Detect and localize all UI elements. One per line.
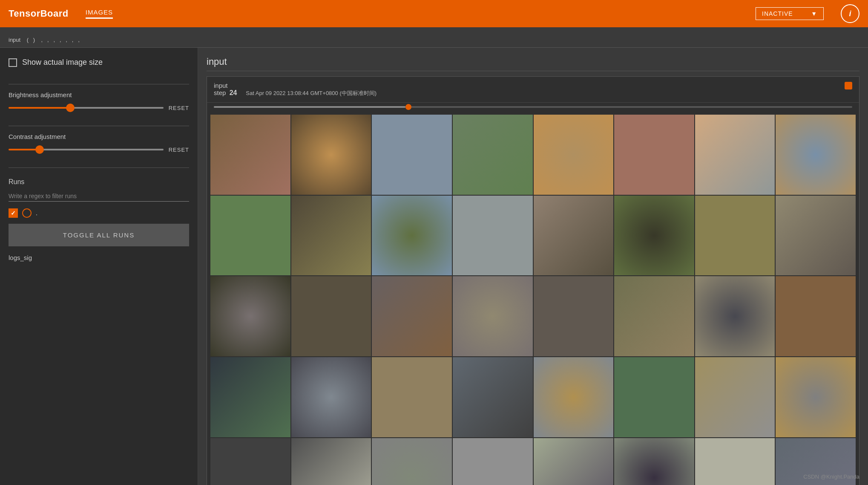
contrast-slider-row: RESET bbox=[9, 145, 189, 154]
image-cell[interactable] bbox=[372, 438, 452, 485]
image-cell[interactable] bbox=[695, 357, 775, 437]
contrast-section: Contrast adjustment RESET bbox=[9, 133, 189, 154]
contrast-track bbox=[9, 149, 164, 150]
image-cell[interactable] bbox=[210, 196, 290, 276]
image-cell[interactable] bbox=[776, 115, 856, 195]
image-cell[interactable] bbox=[453, 276, 533, 356]
image-cell[interactable] bbox=[291, 276, 371, 356]
image-cell[interactable] bbox=[372, 115, 452, 195]
image-cell[interactable] bbox=[614, 276, 694, 356]
image-cell[interactable] bbox=[453, 196, 533, 276]
image-cell[interactable] bbox=[534, 438, 614, 485]
image-cell[interactable] bbox=[695, 276, 775, 356]
panel-step-value: 24 bbox=[230, 89, 237, 96]
panel-title: input step 24 Sat Apr 09 2022 13:08:44 G… bbox=[214, 82, 377, 97]
info-icon: i bbox=[849, 9, 851, 18]
brightness-thumb[interactable] bbox=[66, 104, 75, 112]
contrast-label: Contrast adjustment bbox=[9, 133, 189, 140]
image-cell[interactable] bbox=[210, 115, 290, 195]
contrast-reset-button[interactable]: RESET bbox=[169, 147, 189, 153]
watermark: CSDN @Knight.Panda bbox=[803, 473, 859, 480]
image-cell[interactable] bbox=[453, 115, 533, 195]
show-actual-size-row: Show actual image size bbox=[9, 58, 189, 67]
panel-title-prefix: input bbox=[214, 82, 228, 89]
timeline-thumb[interactable] bbox=[405, 104, 411, 110]
show-actual-size-label: Show actual image size bbox=[22, 58, 103, 67]
image-panel: input step 24 Sat Apr 09 2022 13:08:44 G… bbox=[207, 76, 859, 485]
brightness-reset-button[interactable]: RESET bbox=[169, 105, 189, 111]
image-cell[interactable] bbox=[695, 115, 775, 195]
run-item-row: ✓ . bbox=[9, 208, 189, 218]
image-cell[interactable] bbox=[291, 196, 371, 276]
divider-3 bbox=[9, 167, 189, 168]
checkmark-icon: ✓ bbox=[11, 210, 16, 217]
image-cell[interactable] bbox=[534, 276, 614, 356]
brightness-track bbox=[9, 107, 164, 109]
image-cell[interactable] bbox=[372, 276, 452, 356]
image-cell[interactable] bbox=[210, 357, 290, 437]
image-cell[interactable] bbox=[776, 357, 856, 437]
status-dropdown[interactable]: INACTIVE ▼ bbox=[756, 7, 824, 20]
image-cell[interactable] bbox=[614, 438, 694, 485]
image-cell[interactable] bbox=[453, 438, 533, 485]
image-cell[interactable] bbox=[291, 115, 371, 195]
toggle-all-runs-button[interactable]: TOGGLE ALL RUNS bbox=[9, 224, 189, 246]
image-cell[interactable] bbox=[776, 196, 856, 276]
info-button[interactable]: i bbox=[841, 4, 859, 23]
runs-title: Runs bbox=[9, 178, 189, 186]
sidebar: Show actual image size Brightness adjust… bbox=[0, 48, 198, 485]
image-cell[interactable] bbox=[210, 276, 290, 356]
header: TensorBoard IMAGES INACTIVE ▼ i bbox=[0, 0, 868, 27]
show-actual-size-checkbox[interactable] bbox=[9, 58, 17, 67]
run-checkbox[interactable]: ✓ bbox=[9, 208, 18, 218]
logs-sig-label: logs_sig bbox=[9, 254, 189, 261]
nav-images[interactable]: IMAGES bbox=[86, 9, 113, 19]
image-cell[interactable] bbox=[534, 115, 614, 195]
app-logo: TensorBoard bbox=[9, 8, 69, 19]
brightness-label: Brightness adjustment bbox=[9, 91, 189, 98]
image-cell[interactable] bbox=[534, 196, 614, 276]
image-cell[interactable] bbox=[453, 357, 533, 437]
panel-step-label: step bbox=[214, 89, 226, 96]
image-cell[interactable] bbox=[695, 438, 775, 485]
brightness-section: Brightness adjustment RESET bbox=[9, 91, 189, 112]
brightness-slider-container[interactable] bbox=[9, 104, 164, 112]
chevron-down-icon: ▼ bbox=[811, 10, 817, 17]
image-grid bbox=[210, 115, 856, 485]
image-cell[interactable] bbox=[210, 438, 290, 485]
runs-section: Runs ✓ . TOGGLE ALL RUNS logs_sig bbox=[9, 178, 189, 261]
image-cell[interactable] bbox=[614, 115, 694, 195]
image-panel-header: input step 24 Sat Apr 09 2022 13:08:44 G… bbox=[207, 77, 859, 103]
image-cell[interactable] bbox=[534, 357, 614, 437]
image-cell[interactable] bbox=[776, 276, 856, 356]
runs-filter-input[interactable] bbox=[9, 191, 189, 202]
run-color-badge bbox=[845, 82, 852, 89]
content-area: input input step 24 Sat Apr 09 2022 13:0… bbox=[198, 48, 868, 485]
contrast-slider-container[interactable] bbox=[9, 145, 164, 154]
section-title: input bbox=[207, 56, 859, 71]
sub-header-text: input ( ) , , , , , , , bbox=[9, 37, 80, 47]
sub-header: input ( ) , , , , , , , bbox=[0, 27, 868, 48]
image-cell[interactable] bbox=[614, 357, 694, 437]
image-cell[interactable] bbox=[372, 196, 452, 276]
image-cell[interactable] bbox=[372, 357, 452, 437]
contrast-thumb[interactable] bbox=[35, 145, 44, 154]
image-grid-container bbox=[207, 111, 859, 485]
brightness-slider-row: RESET bbox=[9, 104, 189, 112]
divider-2 bbox=[9, 126, 189, 126]
main-layout: Show actual image size Brightness adjust… bbox=[0, 48, 868, 485]
run-dot-label: . bbox=[36, 210, 37, 217]
image-cell[interactable] bbox=[695, 196, 775, 276]
panel-date: Sat Apr 09 2022 13:08:44 GMT+0800 (中国标准时… bbox=[246, 90, 377, 96]
image-cell[interactable] bbox=[614, 196, 694, 276]
status-label: INACTIVE bbox=[762, 10, 793, 17]
divider-1 bbox=[9, 84, 189, 84]
image-cell[interactable] bbox=[291, 438, 371, 485]
run-circle[interactable] bbox=[22, 208, 32, 218]
image-cell[interactable] bbox=[291, 357, 371, 437]
